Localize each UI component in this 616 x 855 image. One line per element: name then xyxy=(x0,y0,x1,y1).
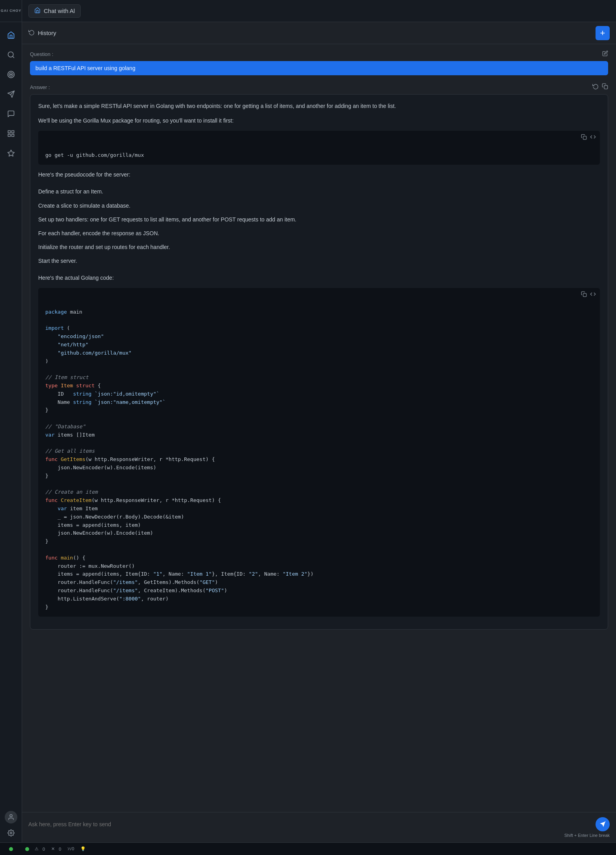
question-label-row: Question : xyxy=(30,50,608,58)
svg-marker-18 xyxy=(600,822,605,827)
history-button[interactable]: History xyxy=(28,29,56,37)
status-indicator xyxy=(25,847,29,851)
svg-point-4 xyxy=(10,74,11,75)
history-label: History xyxy=(38,30,56,36)
svg-rect-7 xyxy=(8,131,11,133)
search-icon[interactable] xyxy=(0,45,22,65)
pseudo-item-4: For each handler, encode the response as… xyxy=(38,227,600,240)
message-icon[interactable] xyxy=(0,104,22,124)
svg-rect-15 xyxy=(583,136,586,139)
tab-label: Chat with Al xyxy=(44,7,75,14)
home-tab-icon xyxy=(34,7,41,15)
pseudocode-list: Define a struct for an Item. Create a sl… xyxy=(38,185,600,268)
answer-section: Answer : xyxy=(30,83,608,630)
status-error-icon: ✕ xyxy=(51,846,55,851)
input-row xyxy=(28,817,610,831)
svg-rect-8 xyxy=(12,131,14,133)
input-footer: Shift + Enter Line break xyxy=(28,833,610,838)
status-error-count: 0 xyxy=(59,847,61,851)
pseudo-item-1: Define a struct for an Item. xyxy=(38,185,600,199)
svg-rect-14 xyxy=(604,86,608,89)
sidebar: GAI CHOY xyxy=(0,0,22,855)
install-code-header xyxy=(38,131,600,145)
sidebar-item-home[interactable] xyxy=(0,25,22,45)
footer-hint: Shift + Enter Line break xyxy=(564,833,610,838)
user-avatar[interactable] xyxy=(5,811,17,823)
code-header: Here's the actual Golang code: xyxy=(38,273,600,283)
main-content: Chat with Al History + Quest xyxy=(22,0,616,855)
chat-tab[interactable]: Chat with Al xyxy=(28,4,81,18)
pseudo-item-3: Set up two handlers: one for GET request… xyxy=(38,213,600,227)
settings-icon[interactable] xyxy=(0,825,22,841)
grid-icon[interactable] xyxy=(0,124,22,143)
install-code-content: go get -u github.com/gorilla/mux xyxy=(38,145,600,165)
svg-rect-9 xyxy=(8,134,11,137)
copy-golang-btn[interactable] xyxy=(581,290,587,300)
app-logo: GAI CHOY xyxy=(0,0,22,22)
svg-point-13 xyxy=(10,832,12,834)
add-button[interactable]: + xyxy=(596,26,610,40)
svg-point-3 xyxy=(9,72,13,76)
star-icon[interactable] xyxy=(0,143,22,163)
answer-gorilla-note: We'll be using the Gorilla Mux package f… xyxy=(38,116,600,125)
install-code-block: go get -u github.com/gorilla/mux xyxy=(38,131,600,165)
copy-answer-btn[interactable] xyxy=(602,83,608,91)
question-text: build a RESTFul API server using golang xyxy=(30,61,608,75)
chat-area: Question : build a RESTFul API server us… xyxy=(22,44,616,812)
answer-content: Sure, let's make a simple RESTful API se… xyxy=(30,94,608,630)
svg-line-1 xyxy=(13,56,14,58)
expand-golang-btn[interactable] xyxy=(590,290,596,300)
history-icon xyxy=(28,29,35,37)
refresh-answer-btn[interactable] xyxy=(592,83,599,91)
pseudo-item-6: Start the server. xyxy=(38,254,600,268)
status-bulb-icon: 💡 xyxy=(80,846,86,851)
question-label: Question : xyxy=(30,51,53,57)
answer-label-row: Answer : xyxy=(30,83,608,91)
copy-install-btn[interactable] xyxy=(581,133,587,143)
golang-code-header xyxy=(38,288,600,303)
status-warning-icon: ⚠ xyxy=(35,846,39,851)
answer-intro: Sure, let's make a simple RESTful API se… xyxy=(38,102,600,111)
golang-code-content: package main import ( "encoding/json" "n… xyxy=(38,303,600,617)
history-bar: History + xyxy=(22,22,616,44)
topnav: Chat with Al xyxy=(22,0,616,22)
golang-code-block: package main import ( "encoding/json" "n… xyxy=(38,288,600,617)
pseudocode-header: Here's the pseudocode for the server: xyxy=(38,170,600,179)
answer-label: Answer : xyxy=(30,84,50,90)
send-button[interactable] xyxy=(596,817,610,831)
target-icon[interactable] xyxy=(0,65,22,84)
svg-point-12 xyxy=(10,814,12,817)
chat-input[interactable] xyxy=(28,821,592,827)
svg-rect-10 xyxy=(12,134,14,137)
status-warning-count: 0 xyxy=(43,847,45,851)
input-area: Shift + Enter Line break xyxy=(22,812,616,842)
send-icon[interactable] xyxy=(0,84,22,104)
pseudo-item-5: Initialize the router and set up routes … xyxy=(38,240,600,254)
expand-install-btn[interactable] xyxy=(590,133,596,143)
svg-rect-16 xyxy=(583,294,586,297)
edit-question-btn[interactable] xyxy=(602,50,608,58)
bottom-status-bar: ⚠ 0 ✕ 0 𝓦0 💡 xyxy=(22,842,616,855)
pseudo-item-2: Create a slice to simulate a database. xyxy=(38,199,600,213)
svg-marker-11 xyxy=(8,150,15,156)
status-info: 𝓦0 xyxy=(67,846,74,851)
